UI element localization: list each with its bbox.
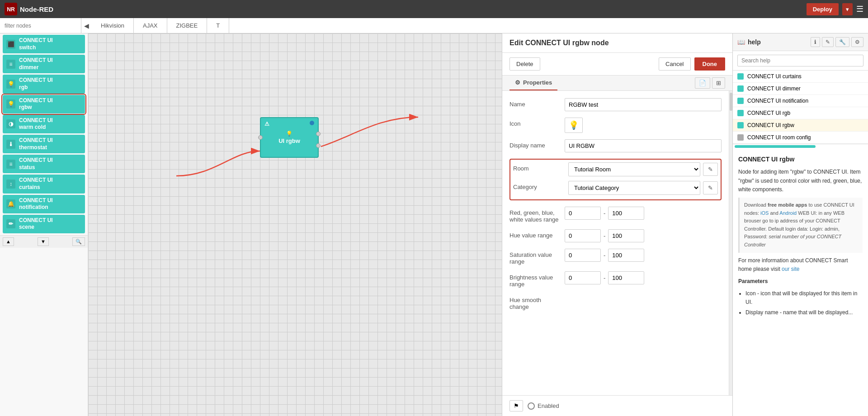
help-node-item-rgbw[interactable]: CONNECT UI rgbw bbox=[733, 119, 868, 132]
rgb-min-input[interactable] bbox=[565, 207, 601, 220]
display-name-input[interactable] bbox=[565, 139, 722, 152]
palette-item-label-status: CONNECT UI status bbox=[19, 157, 53, 171]
palette-search[interactable]: 🔍 bbox=[72, 237, 85, 246]
palette-item-rgb[interactable]: 💡 CONNECT UI rgb bbox=[3, 75, 85, 93]
room-edit-button[interactable]: ✎ bbox=[703, 163, 718, 176]
palette-item-icon-scene: ✏ bbox=[6, 219, 15, 228]
help-gear-button[interactable]: ⚙ bbox=[851, 37, 863, 47]
main-layout: ⬛ CONNECT UI switch ≡ CONNECT UI dimmer … bbox=[0, 33, 868, 416]
node-red-logo-icon: NR bbox=[5, 3, 17, 15]
room-select-row: Tutorial Room ✎ bbox=[568, 162, 718, 176]
rgb-range-row: Red, green, blue, white values range - bbox=[509, 207, 722, 223]
sat-max-input[interactable] bbox=[608, 249, 644, 262]
tab-t[interactable]: T bbox=[207, 18, 229, 33]
tab-ajax[interactable]: AJAX bbox=[134, 18, 167, 33]
palette-item-line2-thermostat: thermostat bbox=[19, 144, 53, 151]
palette-item-curtains[interactable]: ↕ CONNECT UI curtains bbox=[3, 175, 85, 193]
deploy-button[interactable]: Deploy bbox=[807, 3, 839, 15]
help-header-buttons: ℹ ✎ 🔧 ⚙ bbox=[811, 37, 863, 47]
footer-flag-button[interactable]: ⚑ bbox=[509, 400, 523, 411]
gear-tab-icon: ⚙ bbox=[515, 79, 520, 86]
done-button[interactable]: Done bbox=[694, 57, 726, 71]
topbar-right: Deploy ▾ ☰ bbox=[807, 3, 863, 15]
help-node-item-dimmer[interactable]: CONNECT UI dimmer bbox=[733, 83, 868, 95]
palette-item-line1-notification: CONNECT UI bbox=[19, 197, 53, 204]
palette-scroll-up[interactable]: ▲ bbox=[3, 237, 14, 246]
help-content-description: Node for adding item "rgbw" to CONNECT U… bbox=[738, 168, 863, 194]
help-ios-link[interactable]: iOS bbox=[760, 210, 769, 216]
palette-item-notification[interactable]: 🔔 CONNECT UI notification bbox=[3, 195, 85, 213]
room-select[interactable]: Tutorial Room bbox=[568, 162, 700, 176]
palette-item-icon-curtains: ↕ bbox=[6, 180, 15, 189]
filter-nodes-input[interactable] bbox=[5, 23, 59, 29]
layout-tab-button[interactable]: ⊞ bbox=[712, 77, 725, 89]
properties-tab[interactable]: ⚙ Properties bbox=[509, 76, 557, 90]
category-field-row: Category Tutorial Category ✎ bbox=[513, 181, 718, 195]
palette-item-label-rgb: CONNECT UI rgb bbox=[19, 77, 53, 91]
help-search bbox=[733, 51, 868, 71]
cancel-button[interactable]: Cancel bbox=[659, 57, 690, 71]
icon-label: Icon bbox=[509, 118, 559, 127]
help-nodes-scrollbar[interactable] bbox=[735, 145, 816, 148]
palette-item-scene[interactable]: ✏ CONNECT UI scene bbox=[3, 215, 85, 233]
icon-picker-button[interactable]: 💡 bbox=[565, 118, 583, 133]
flow-canvas[interactable]: ⚠ 💡 UI rgbw bbox=[88, 33, 502, 416]
help-quote-free-apps: free mobile apps bbox=[768, 202, 807, 208]
tab-hikvision[interactable]: Hikvision bbox=[92, 18, 134, 33]
sat-min-input[interactable] bbox=[565, 249, 601, 262]
rgb-max-input[interactable] bbox=[608, 207, 644, 220]
sat-range-separator: - bbox=[604, 252, 605, 259]
help-panel: 📖 help ℹ ✎ 🔧 ⚙ CONNECT UI curtains CONNE… bbox=[732, 33, 868, 416]
help-our-site-link[interactable]: our site bbox=[782, 266, 799, 272]
icon-control: 💡 bbox=[565, 118, 722, 133]
palette-item-status[interactable]: ≡ CONNECT UI status bbox=[3, 155, 85, 173]
bright-max-input[interactable] bbox=[608, 271, 644, 284]
tab-zigbee[interactable]: ZIGBEE bbox=[167, 18, 208, 33]
palette-item-line1-switch: CONNECT UI bbox=[19, 37, 53, 44]
category-edit-button[interactable]: ✎ bbox=[703, 181, 718, 194]
help-node-item-room-config[interactable]: CONNECT UI room config bbox=[733, 132, 868, 144]
palette-item-icon-status: ≡ bbox=[6, 160, 15, 169]
help-node-item-rgb[interactable]: CONNECT UI rgb bbox=[733, 107, 868, 119]
help-node-dot-dimmer bbox=[737, 85, 744, 92]
palette-item-line1-scene: CONNECT UI bbox=[19, 217, 53, 224]
help-parameters-list: Icon - icon that will be displayed for t… bbox=[738, 289, 863, 317]
help-pencil-button[interactable]: ✎ bbox=[822, 37, 834, 47]
edit-scroll-track[interactable] bbox=[729, 91, 732, 395]
bright-min-input[interactable] bbox=[565, 271, 601, 284]
palette-item-label-notification: CONNECT UI notification bbox=[19, 197, 53, 211]
help-node-item-notification[interactable]: CONNECT UI notification bbox=[733, 95, 868, 107]
category-control: Tutorial Category ✎ bbox=[568, 181, 718, 195]
deploy-dropdown-button[interactable]: ▾ bbox=[842, 3, 853, 15]
palette-item-thermostat[interactable]: 🌡 CONNECT UI thermostat bbox=[3, 135, 85, 153]
hue-range-inputs: - bbox=[565, 229, 722, 242]
description-tab-button[interactable]: 📄 bbox=[695, 77, 710, 89]
port-output-1 bbox=[316, 132, 321, 136]
palette-item-label-warm-cold: CONNECT UI warm cold bbox=[19, 117, 53, 131]
hamburger-menu-button[interactable]: ☰ bbox=[856, 4, 863, 14]
help-info-button[interactable]: ℹ bbox=[811, 37, 820, 47]
name-input[interactable] bbox=[565, 98, 722, 111]
palette-item-line1-warm-cold: CONNECT UI bbox=[19, 117, 53, 124]
palette-item-rgbw[interactable]: 💡 CONNECT UI rgbw bbox=[3, 95, 85, 113]
tabbar: ◀ Hikvision AJAX ZIGBEE T bbox=[0, 18, 868, 33]
palette-item-warm-cold[interactable]: ◑ CONNECT UI warm cold bbox=[3, 115, 85, 133]
palette-item-switch[interactable]: ⬛ CONNECT UI switch bbox=[3, 35, 85, 53]
category-select[interactable]: Tutorial Category bbox=[568, 181, 700, 195]
help-nodes-list: CONNECT UI curtains CONNECT UI dimmer CO… bbox=[733, 71, 868, 144]
help-node-dot-rgbw bbox=[737, 122, 744, 128]
help-android-link[interactable]: Android bbox=[779, 210, 797, 216]
palette-item-dimmer[interactable]: ≡ CONNECT UI dimmer bbox=[3, 55, 85, 73]
canvas-node-rgbw[interactable]: ⚠ 💡 UI rgbw bbox=[260, 117, 319, 158]
sidebar-collapse-button[interactable]: ◀ bbox=[81, 22, 92, 29]
palette-item-line2-dimmer: dimmer bbox=[19, 64, 53, 71]
hue-min-input[interactable] bbox=[565, 229, 601, 242]
delete-button[interactable]: Delete bbox=[509, 57, 540, 71]
help-node-label-notification: CONNECT UI notification bbox=[747, 98, 808, 104]
help-node-dot-notification bbox=[737, 98, 744, 104]
hue-max-input[interactable] bbox=[608, 229, 644, 242]
help-node-item-curtains[interactable]: CONNECT UI curtains bbox=[733, 71, 868, 83]
help-wrench-button[interactable]: 🔧 bbox=[835, 37, 849, 47]
help-search-input[interactable] bbox=[737, 55, 863, 66]
palette-scroll-down[interactable]: ▼ bbox=[38, 237, 49, 246]
